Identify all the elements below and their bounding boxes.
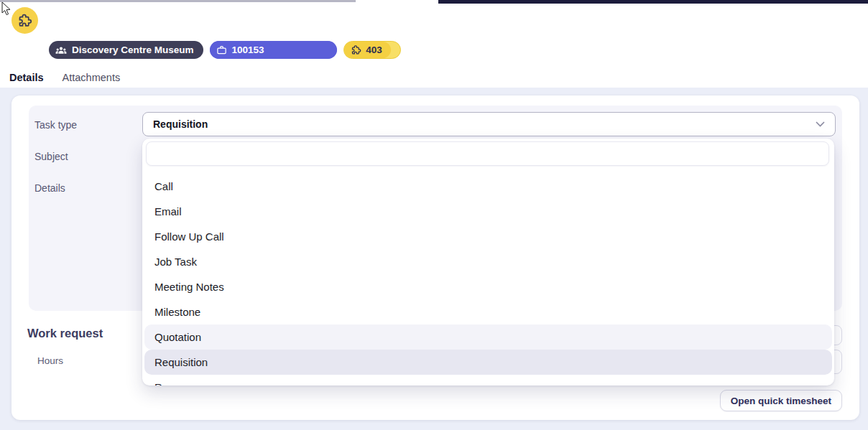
top-progress-bar	[0, 0, 356, 2]
dropdown-option[interactable]: Requisition	[144, 350, 832, 375]
task-type-selected-value: Requisition	[153, 118, 816, 130]
job-name: Web design	[274, 45, 328, 55]
open-quick-timesheet-button[interactable]: Open quick timesheet	[720, 390, 842, 411]
tab-attachments-label: Attachments	[63, 72, 121, 83]
details-label: Details	[34, 182, 65, 194]
job-number-segment: 100153	[210, 41, 272, 59]
task-number-segment: 403	[344, 42, 391, 58]
badge-row: Discovery Centre Museum 100153 Web desig…	[49, 41, 401, 59]
task-number-badge[interactable]: 403	[343, 41, 401, 59]
tab-details-label: Details	[9, 72, 44, 83]
task-form-card: Task type Subject Details Requisition Ca…	[11, 95, 859, 420]
dropdown-search-input[interactable]	[146, 141, 829, 166]
work-request-title: Work request	[27, 327, 103, 340]
puzzle-icon	[351, 45, 361, 55]
top-window-bar	[438, 0, 868, 4]
hours-label: Hours	[37, 355, 63, 366]
subject-label: Subject	[34, 151, 68, 162]
job-number: 100153	[232, 45, 264, 55]
task-avatar[interactable]	[11, 7, 38, 34]
dropdown-option[interactable]: Follow Up Call	[144, 224, 832, 249]
dropdown-option[interactable]: Email	[144, 199, 832, 224]
dropdown-option[interactable]: Job Task	[144, 249, 832, 274]
job-name-segment: Web design	[267, 41, 338, 59]
task-number: 403	[366, 45, 382, 55]
dropdown-option[interactable]: Meeting Notes	[144, 274, 832, 299]
briefcase-icon	[216, 45, 227, 55]
dropdown-option[interactable]: Resource	[144, 375, 832, 385]
dropdown-option[interactable]: Quotation	[144, 324, 832, 350]
job-badge[interactable]: 100153 Web design	[210, 41, 338, 59]
customer-badge-label: Discovery Centre Museum	[72, 45, 194, 55]
puzzle-icon	[17, 13, 32, 28]
task-type-dropdown: CallEmailFollow Up CallJob TaskMeeting N…	[142, 139, 834, 385]
dropdown-option[interactable]: Call	[144, 174, 832, 199]
dropdown-option[interactable]: Milestone	[144, 299, 832, 324]
group-icon	[55, 45, 67, 55]
task-type-label: Task type	[34, 119, 77, 131]
dropdown-option-list: CallEmailFollow Up CallJob TaskMeeting N…	[142, 174, 834, 385]
chevron-down-icon	[816, 121, 825, 127]
mouse-cursor	[1, 1, 11, 17]
task-type-select[interactable]: Requisition	[142, 112, 836, 136]
customer-badge[interactable]: Discovery Centre Museum	[49, 41, 203, 59]
